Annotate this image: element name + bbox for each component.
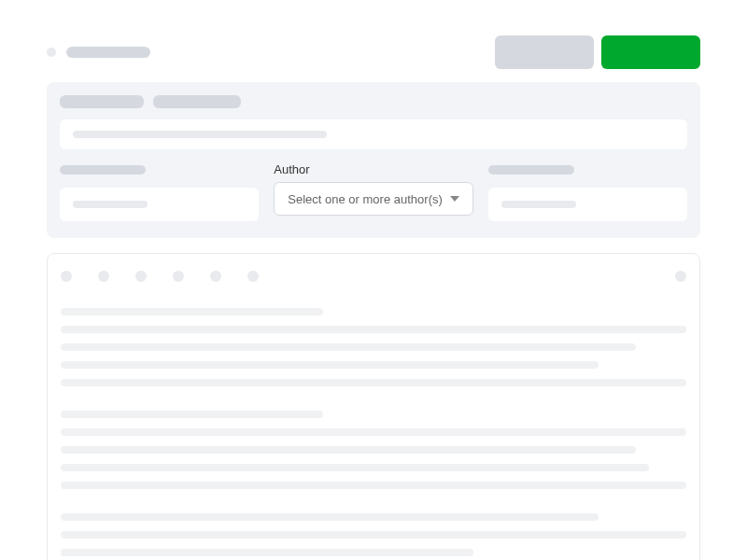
- field-label-skeleton: [60, 165, 146, 175]
- content-card: [47, 253, 700, 560]
- toolbar-icon[interactable]: [61, 271, 72, 282]
- primary-button-skeleton[interactable]: [601, 35, 700, 69]
- logo-text-skeleton: [66, 47, 150, 58]
- logo-icon: [47, 48, 56, 57]
- secondary-button-skeleton[interactable]: [495, 35, 594, 69]
- filter-card: Author Select one or more author(s): [47, 82, 700, 238]
- header: [47, 35, 700, 69]
- paragraph-skeleton: [61, 411, 686, 489]
- tab-skeleton[interactable]: [60, 95, 144, 108]
- field-input-skeleton[interactable]: [488, 188, 687, 221]
- toolbar-icon[interactable]: [247, 271, 259, 282]
- paragraph-skeleton: [61, 308, 686, 386]
- toolbar-icon[interactable]: [210, 271, 221, 282]
- field-label-skeleton: [488, 165, 574, 175]
- tab-skeleton[interactable]: [153, 95, 241, 108]
- toolbar-icon[interactable]: [135, 271, 147, 282]
- search-input-skeleton[interactable]: [60, 119, 687, 149]
- author-dropdown[interactable]: Select one or more author(s): [274, 182, 472, 216]
- author-dropdown-placeholder: Select one or more author(s): [288, 192, 442, 206]
- toolbar-icon[interactable]: [173, 271, 184, 282]
- toolbar-icon[interactable]: [675, 271, 686, 282]
- paragraph-skeleton: [61, 513, 686, 556]
- author-label: Author: [274, 162, 472, 176]
- toolbar-icon[interactable]: [98, 271, 109, 282]
- chevron-down-icon: [450, 196, 459, 202]
- field-input-skeleton[interactable]: [60, 188, 259, 221]
- toolbar: [61, 271, 686, 282]
